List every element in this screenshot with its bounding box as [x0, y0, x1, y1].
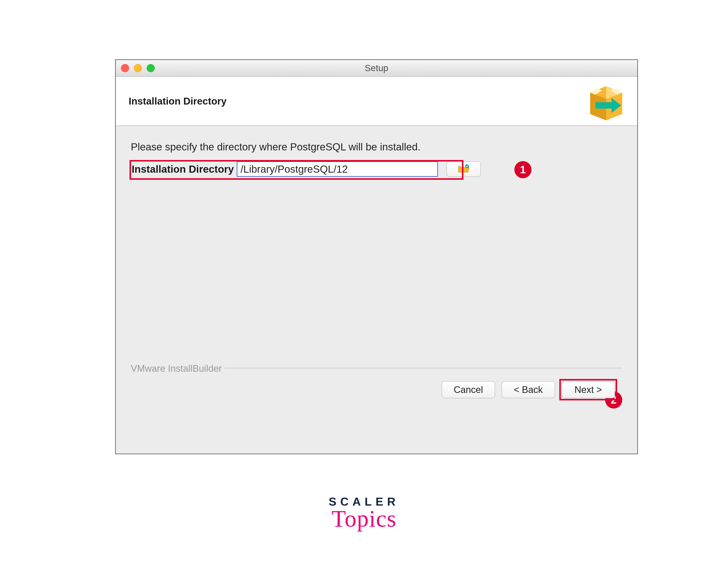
close-window-button[interactable]: [121, 64, 129, 72]
page-title: Installation Directory: [129, 95, 227, 107]
package-icon: [584, 82, 629, 121]
installer-vendor-label: VMware InstallBuilder: [131, 363, 224, 374]
wizard-content: Please specify the directory where Postg…: [116, 126, 637, 453]
installation-directory-input[interactable]: [237, 161, 438, 177]
next-button[interactable]: Next >: [561, 381, 615, 398]
browse-button[interactable]: [446, 161, 481, 177]
titlebar: Setup: [116, 60, 637, 77]
callout-badge-1: 1: [514, 161, 532, 178]
watermark-line2: Topics: [329, 505, 399, 532]
installation-directory-row: Installation Directory: [131, 161, 622, 177]
installation-directory-label: Installation Directory: [131, 162, 237, 177]
wizard-buttons: Cancel < Back Next >: [131, 374, 622, 407]
setup-window: Setup Installation Directory Please spec…: [115, 59, 638, 454]
minimize-window-button[interactable]: [134, 64, 142, 72]
window-controls: [121, 64, 155, 72]
wizard-header: Installation Directory: [116, 77, 637, 126]
prompt-text: Please specify the directory where Postg…: [131, 141, 622, 153]
window-title: Setup: [116, 63, 637, 73]
maximize-window-button[interactable]: [147, 64, 155, 72]
watermark: SCALER Topics: [329, 495, 399, 532]
footer-frame: VMware InstallBuilder Cancel < Back Next…: [131, 363, 622, 407]
folder-open-icon: [458, 164, 470, 174]
cancel-button[interactable]: Cancel: [442, 381, 495, 398]
back-button[interactable]: < Back: [502, 381, 555, 398]
